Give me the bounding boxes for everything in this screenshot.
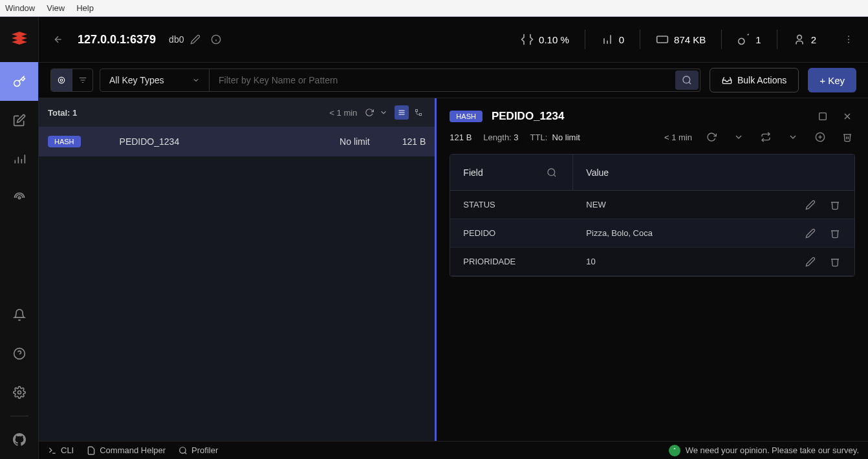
svg-rect-25 xyxy=(819,113,827,120)
detail-type-badge: HASH xyxy=(450,111,483,122)
refresh-icon[interactable] xyxy=(362,105,376,120)
delete-row-icon[interactable] xyxy=(827,226,843,241)
add-field-icon[interactable] xyxy=(812,129,828,145)
svg-point-13 xyxy=(848,36,849,37)
svg-line-35 xyxy=(185,452,187,454)
stat-commands: 0 xyxy=(585,33,640,46)
keys-pane: Total: 1 < 1 min xyxy=(39,98,437,441)
toolbar: All Key Types Bulk Actions + Key xyxy=(39,62,868,98)
info-icon[interactable] xyxy=(208,32,224,47)
column-value: Value xyxy=(573,155,854,190)
key-row[interactable]: HASH PEDIDO_1234 No limit 121 B xyxy=(39,127,435,156)
menu-window[interactable]: Window xyxy=(5,3,35,13)
sidebar xyxy=(0,17,39,459)
table-row[interactable]: PRIORIDADE 10 xyxy=(450,248,854,276)
svg-point-16 xyxy=(58,77,64,83)
table-row[interactable]: PEDIDO Pizza, Bolo, Coca xyxy=(450,219,854,248)
detail-size: 121 B xyxy=(450,133,472,142)
nav-github-icon[interactable] xyxy=(0,420,38,459)
delete-row-icon[interactable] xyxy=(827,197,843,213)
hash-table: Field Value STATUS NEW PEDIDO Pizz xyxy=(450,154,855,277)
delete-key-icon[interactable] xyxy=(840,129,855,145)
edit-row-icon[interactable] xyxy=(803,197,818,213)
nav-pubsub-icon[interactable] xyxy=(0,178,38,217)
topbar: 127.0.0.1:6379 db0 0.10 % 0 874 KB xyxy=(39,17,868,62)
footer-cli[interactable]: CLI xyxy=(48,445,74,455)
cell-field: PEDIDO xyxy=(450,228,573,238)
stat-memory: 874 KB xyxy=(640,33,721,46)
svg-rect-23 xyxy=(416,110,418,112)
svg-line-32 xyxy=(554,175,556,176)
search-button[interactable] xyxy=(675,70,699,90)
nav-help-icon[interactable] xyxy=(0,334,38,373)
survey-link[interactable]: We need your opinion. Please take our su… xyxy=(669,445,859,456)
bulk-actions-button[interactable]: Bulk Actions xyxy=(710,68,799,92)
svg-line-19 xyxy=(689,82,691,84)
detail-pane: HASH PEDIDO_1234 121 B Length: 3 TTL: No… xyxy=(437,98,868,441)
detail-key-name: PEDIDO_1234 xyxy=(492,110,564,123)
svg-point-31 xyxy=(548,169,555,176)
svg-point-14 xyxy=(848,39,849,40)
svg-point-12 xyxy=(797,35,801,39)
add-key-button[interactable]: + Key xyxy=(808,68,856,92)
svg-rect-11 xyxy=(657,36,668,43)
stat-clients: 2 xyxy=(777,33,832,46)
footer-profiler[interactable]: Profiler xyxy=(179,445,218,455)
detail-sync-icon[interactable] xyxy=(758,129,774,145)
key-size: 121 B xyxy=(402,136,426,147)
menu-view[interactable]: View xyxy=(47,3,65,13)
stat-cpu: 0.10 % xyxy=(505,33,585,46)
filter-mode-1-icon[interactable] xyxy=(51,69,72,91)
survey-icon xyxy=(669,445,680,456)
cell-field: PRIORIDADE xyxy=(450,257,573,266)
svg-point-18 xyxy=(683,76,690,83)
edit-db-icon[interactable] xyxy=(188,32,203,47)
edit-row-icon[interactable] xyxy=(803,254,818,270)
svg-point-6 xyxy=(17,391,21,394)
cell-field: STATUS xyxy=(450,200,573,209)
footer-command-helper[interactable]: Command Helper xyxy=(87,445,166,455)
detail-chevron-icon[interactable] xyxy=(731,129,746,145)
db-selector[interactable]: db0 xyxy=(169,34,184,45)
svg-point-17 xyxy=(60,79,63,81)
back-button[interactable] xyxy=(50,32,66,47)
detail-refresh-icon[interactable] xyxy=(704,129,719,145)
search-input[interactable] xyxy=(210,69,674,91)
connection-host: 127.0.0.1:6379 xyxy=(78,33,156,47)
key-type-dropdown[interactable]: All Key Types xyxy=(100,69,210,92)
tree-view-toggle[interactable] xyxy=(411,105,426,120)
nav-notifications-icon[interactable] xyxy=(0,295,38,334)
menubar: Window View Help xyxy=(0,0,868,17)
detail-last-refresh: < 1 min xyxy=(664,133,692,142)
fullscreen-icon[interactable] xyxy=(815,109,830,124)
nav-settings-icon[interactable] xyxy=(0,373,38,412)
cell-value: Pizza, Bolo, Coca xyxy=(573,228,790,238)
delete-row-icon[interactable] xyxy=(827,254,843,270)
edit-row-icon[interactable] xyxy=(803,226,818,241)
close-icon[interactable] xyxy=(840,109,855,124)
svg-point-34 xyxy=(180,447,186,453)
stat-keys: 1 xyxy=(722,33,776,46)
key-type-badge: HASH xyxy=(48,136,81,147)
nav-workbench-icon[interactable] xyxy=(0,101,38,140)
keys-list-header: Total: 1 < 1 min xyxy=(39,98,435,127)
column-field: Field xyxy=(450,155,573,190)
svg-point-15 xyxy=(848,42,849,43)
key-ttl: No limit xyxy=(340,136,370,147)
list-view-toggle[interactable] xyxy=(395,105,409,120)
chevron-down-icon[interactable] xyxy=(376,105,391,120)
nav-browser-icon[interactable] xyxy=(0,62,38,101)
svg-point-4 xyxy=(18,197,20,198)
detail-chevron2-icon[interactable] xyxy=(785,129,801,145)
nav-analysis-icon[interactable] xyxy=(0,140,38,178)
menu-help[interactable]: Help xyxy=(76,3,94,13)
more-menu-icon[interactable] xyxy=(841,32,856,47)
svg-rect-24 xyxy=(420,114,422,116)
table-row[interactable]: STATUS NEW xyxy=(450,191,854,219)
last-refresh: < 1 min xyxy=(329,108,357,118)
key-name: PEDIDO_1234 xyxy=(120,136,180,147)
cell-value: 10 xyxy=(573,257,790,266)
filter-mode-2-icon[interactable] xyxy=(72,69,92,91)
logo xyxy=(0,17,38,62)
field-search-icon[interactable] xyxy=(544,165,559,180)
